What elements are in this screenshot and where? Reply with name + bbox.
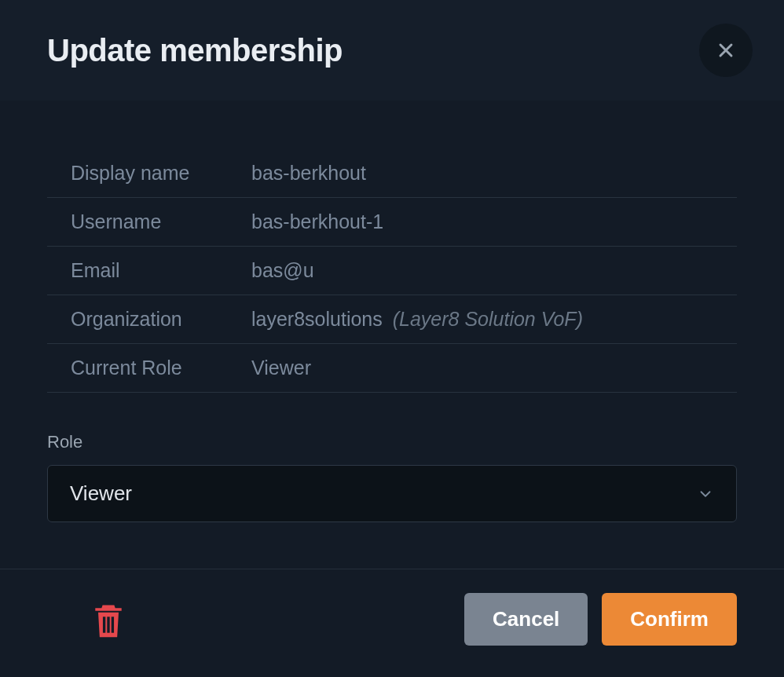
organization-secondary: (Layer8 Solution VoF) bbox=[393, 308, 583, 330]
label-organization: Organization bbox=[71, 308, 251, 331]
role-select[interactable]: Viewer bbox=[47, 465, 737, 522]
modal-header: Update membership bbox=[0, 0, 784, 101]
info-row-organization: Organization layer8solutions (Layer8 Sol… bbox=[47, 295, 737, 344]
chevron-down-icon bbox=[697, 485, 714, 503]
label-email: Email bbox=[71, 259, 251, 282]
role-section: Role Viewer bbox=[47, 432, 737, 522]
value-email: bas@u bbox=[251, 259, 314, 282]
value-username: bas-berkhout-1 bbox=[251, 210, 383, 233]
trash-icon bbox=[90, 599, 126, 640]
update-membership-modal: Update membership Display name bas-berkh… bbox=[0, 0, 784, 677]
info-row-username: Username bas-berkhout-1 bbox=[47, 198, 737, 247]
label-username: Username bbox=[71, 210, 251, 233]
close-icon bbox=[715, 39, 737, 61]
value-organization: layer8solutions (Layer8 Solution VoF) bbox=[251, 308, 583, 331]
svg-rect-0 bbox=[103, 617, 105, 632]
modal-footer: Cancel Confirm bbox=[0, 569, 784, 677]
organization-primary: layer8solutions bbox=[251, 308, 383, 330]
info-row-current-role: Current Role Viewer bbox=[47, 344, 737, 393]
role-label: Role bbox=[47, 432, 737, 452]
modal-body: Display name bas-berkhout Username bas-b… bbox=[0, 101, 784, 569]
value-current-role: Viewer bbox=[251, 357, 311, 379]
label-current-role: Current Role bbox=[71, 357, 251, 379]
svg-rect-2 bbox=[112, 617, 114, 632]
info-row-email: Email bas@u bbox=[47, 247, 737, 295]
svg-rect-1 bbox=[107, 617, 109, 632]
modal-title: Update membership bbox=[47, 33, 343, 68]
role-select-value: Viewer bbox=[70, 481, 132, 506]
cancel-button[interactable]: Cancel bbox=[464, 593, 588, 646]
confirm-button[interactable]: Confirm bbox=[602, 593, 737, 646]
value-display-name: bas-berkhout bbox=[251, 162, 366, 185]
info-table: Display name bas-berkhout Username bas-b… bbox=[47, 156, 737, 393]
info-row-display-name: Display name bas-berkhout bbox=[47, 156, 737, 198]
delete-button[interactable] bbox=[86, 598, 130, 642]
close-button[interactable] bbox=[699, 24, 753, 77]
footer-actions: Cancel Confirm bbox=[464, 593, 737, 646]
label-display-name: Display name bbox=[71, 162, 251, 185]
